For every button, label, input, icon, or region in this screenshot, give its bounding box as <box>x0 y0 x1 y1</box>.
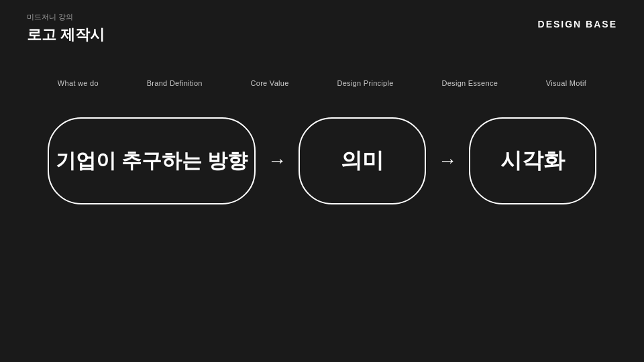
diagram-box-1-text: 기업이 추구하는 방향 <box>56 147 248 175</box>
col-header-2: Brand Definition <box>147 79 203 87</box>
col-header-6: Visual Motif <box>546 79 586 87</box>
diagram-area: 기업이 추구하는 방향 → 의미 → 시각화 <box>0 117 644 204</box>
col-header-1: What we do <box>58 79 99 87</box>
header-block: 미드저니 강의 로고 제작시 <box>27 12 105 45</box>
diagram-box-3: 시각화 <box>469 117 596 204</box>
arrow-2: → <box>438 150 457 172</box>
column-headers: What we do Brand Definition Core Value D… <box>0 79 644 87</box>
arrow-1: → <box>268 150 286 172</box>
subtitle-text: 미드저니 강의 <box>27 12 105 22</box>
diagram-box-3-text: 시각화 <box>500 146 565 176</box>
col-header-4: Design Principle <box>337 79 393 87</box>
diagram-box-1: 기업이 추구하는 방향 <box>48 117 256 204</box>
diagram-box-2: 의미 <box>299 117 426 204</box>
brand-logo: DESIGN BASE <box>538 19 617 29</box>
col-header-5: Design Essence <box>441 79 498 87</box>
diagram-box-2-text: 의미 <box>341 146 384 176</box>
col-header-3: Core Value <box>250 79 288 87</box>
page-title: 로고 제작시 <box>27 25 105 45</box>
